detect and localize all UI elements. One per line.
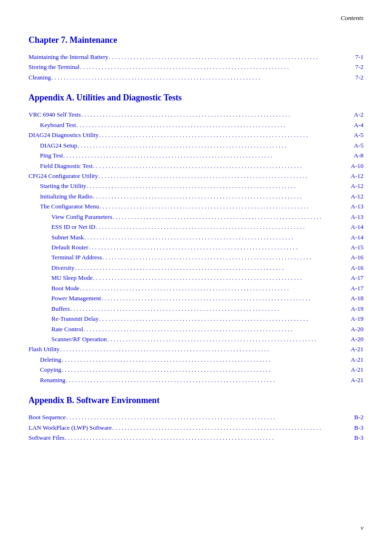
entry-text: Rate Control bbox=[51, 324, 83, 334]
entry-text: Boot Mode bbox=[51, 283, 79, 293]
entry-page: A-21 bbox=[346, 355, 363, 365]
toc-entry: Re-Transmit Delay. . . . . . . . . . . .… bbox=[29, 314, 363, 324]
entry-page: B-3 bbox=[346, 423, 363, 433]
entry-page: A-12 bbox=[346, 191, 363, 201]
entry-dots: . . . . . . . . . . . . . . . . . . . . … bbox=[70, 304, 346, 314]
entry-text: Terminal IP Address bbox=[51, 252, 102, 262]
toc-entry: VRC 6940 Self Tests. . . . . . . . . . .… bbox=[29, 109, 363, 119]
entry-dots: . . . . . . . . . . . . . . . . . . . . … bbox=[59, 344, 346, 354]
entry-text: Buffers bbox=[51, 304, 70, 314]
entry-dots: . . . . . . . . . . . . . . . . . . . . … bbox=[93, 161, 346, 171]
entry-dots: . . . . . . . . . . . . . . . . . . . . … bbox=[77, 140, 346, 150]
entry-page: 7-2 bbox=[346, 72, 363, 82]
entry-dots: . . . . . . . . . . . . . . . . . . . . … bbox=[87, 181, 347, 191]
entry-page: A-21 bbox=[346, 344, 363, 354]
entry-text: Power Management bbox=[51, 293, 101, 303]
entry-page: B-3 bbox=[346, 433, 363, 443]
chapter-title: Appendix A. Utilities and Diagnostic Tes… bbox=[29, 93, 363, 103]
entry-page: A-10 bbox=[346, 161, 363, 171]
entry-page: A-20 bbox=[346, 324, 363, 334]
entry-text: Subnet Mask bbox=[51, 232, 84, 242]
toc-entry: View Config Parameters. . . . . . . . . … bbox=[29, 212, 363, 222]
toc-entry: Diversity. . . . . . . . . . . . . . . .… bbox=[29, 263, 363, 273]
entry-dots: . . . . . . . . . . . . . . . . . . . . … bbox=[112, 212, 346, 222]
entry-dots: . . . . . . . . . . . . . . . . . . . . … bbox=[108, 52, 346, 62]
entry-dots: . . . . . . . . . . . . . . . . . . . . … bbox=[65, 375, 346, 385]
entry-dots: . . . . . . . . . . . . . . . . . . . . … bbox=[81, 109, 346, 119]
entry-text: The Configurator Menu bbox=[40, 201, 99, 211]
entry-text: Deleting bbox=[40, 355, 61, 365]
entry-page: B-2 bbox=[346, 412, 363, 422]
toc-entry: DIAG24 Diagnostics Utility. . . . . . . … bbox=[29, 130, 363, 140]
toc-entry: Field Diagnostic Test. . . . . . . . . .… bbox=[29, 161, 363, 171]
entry-text: View Config Parameters bbox=[51, 212, 112, 222]
toc-entry: The Configurator Menu. . . . . . . . . .… bbox=[29, 201, 363, 211]
toc-entry: Maintaining the Internal Battery. . . . … bbox=[29, 52, 363, 62]
toc-entry: Power Management. . . . . . . . . . . . … bbox=[29, 293, 363, 303]
entry-text: DIAG24 Setup bbox=[40, 140, 77, 150]
toc-entry: Storing the Terminal. . . . . . . . . . … bbox=[29, 62, 363, 72]
entry-page: 7-2 bbox=[346, 62, 363, 72]
entry-dots: . . . . . . . . . . . . . . . . . . . . … bbox=[66, 412, 346, 422]
toc-entry: Initializing the Radio. . . . . . . . . … bbox=[29, 191, 363, 201]
toc-entry: DIAG24 Setup. . . . . . . . . . . . . . … bbox=[29, 140, 363, 150]
entry-text: LAN WorkPlace (LWP) Software bbox=[29, 423, 112, 433]
entry-text: Cleaning bbox=[29, 72, 51, 82]
entry-page: A-14 bbox=[346, 222, 363, 232]
entry-text: Renaming bbox=[40, 375, 65, 385]
toc-entry: MU Sleep Mode. . . . . . . . . . . . . .… bbox=[29, 273, 363, 283]
entry-page: A-2 bbox=[346, 109, 363, 119]
entry-page: A-8 bbox=[346, 150, 363, 160]
toc-entry: Starting the Utility. . . . . . . . . . … bbox=[29, 181, 363, 191]
entry-text: MU Sleep Mode bbox=[51, 273, 93, 283]
entry-page: A-13 bbox=[346, 212, 363, 222]
entry-page: 7-1 bbox=[346, 52, 363, 62]
entry-page: A-21 bbox=[346, 365, 363, 375]
entry-dots: . . . . . . . . . . . . . . . . . . . . … bbox=[112, 423, 346, 433]
entry-text: Keyboard Test bbox=[40, 120, 76, 130]
page-header: Contents bbox=[29, 14, 363, 22]
toc-entry: Cleaning. . . . . . . . . . . . . . . . … bbox=[29, 72, 363, 82]
page-footer: v bbox=[361, 524, 363, 532]
toc-entry: Software Files. . . . . . . . . . . . . … bbox=[29, 433, 363, 443]
entry-dots: . . . . . . . . . . . . . . . . . . . . … bbox=[99, 314, 346, 324]
chapter-title: Appendix B. Software Environment bbox=[29, 395, 363, 405]
toc-entry: Deleting. . . . . . . . . . . . . . . . … bbox=[29, 355, 363, 365]
toc-entry: Boot Mode. . . . . . . . . . . . . . . .… bbox=[29, 283, 363, 293]
entry-text: Boot Sequence bbox=[29, 412, 66, 422]
toc-entry: Rate Control. . . . . . . . . . . . . . … bbox=[29, 324, 363, 334]
entry-page: A-12 bbox=[346, 181, 363, 191]
entry-dots: . . . . . . . . . . . . . . . . . . . . … bbox=[99, 201, 346, 211]
toc-entry: Buffers. . . . . . . . . . . . . . . . .… bbox=[29, 304, 363, 314]
entry-text: DIAG24 Diagnostics Utility bbox=[29, 130, 98, 140]
entry-text: Starting the Utility bbox=[40, 181, 87, 191]
entry-text: Flash Utility bbox=[29, 344, 59, 354]
entry-dots: . . . . . . . . . . . . . . . . . . . . … bbox=[95, 222, 346, 232]
entry-dots: . . . . . . . . . . . . . . . . . . . . … bbox=[63, 150, 346, 160]
toc-entry: Boot Sequence. . . . . . . . . . . . . .… bbox=[29, 412, 363, 422]
entry-dots: . . . . . . . . . . . . . . . . . . . . … bbox=[84, 232, 346, 242]
entry-page: A-16 bbox=[346, 252, 363, 262]
entry-page: A-12 bbox=[346, 171, 363, 181]
entry-text: CFG24 Configurator Utility bbox=[29, 171, 98, 181]
entry-dots: . . . . . . . . . . . . . . . . . . . . … bbox=[88, 242, 346, 252]
entry-dots: . . . . . . . . . . . . . . . . . . . . … bbox=[83, 324, 346, 334]
chapter-title: Chapter 7. Maintenance bbox=[29, 35, 363, 45]
entry-page: A-16 bbox=[346, 263, 363, 273]
entry-text: Default Router bbox=[51, 242, 88, 252]
entry-text: ESS ID or Net ID bbox=[51, 222, 95, 232]
toc-entry: ESS ID or Net ID. . . . . . . . . . . . … bbox=[29, 222, 363, 232]
entry-page: A-17 bbox=[346, 283, 363, 293]
entry-page: A-19 bbox=[346, 304, 363, 314]
entry-dots: . . . . . . . . . . . . . . . . . . . . … bbox=[76, 120, 346, 130]
entry-page: A-20 bbox=[346, 334, 363, 344]
entry-text: Re-Transmit Delay bbox=[51, 314, 99, 324]
entry-text: Copying bbox=[40, 365, 61, 375]
toc-entry: Copying. . . . . . . . . . . . . . . . .… bbox=[29, 365, 363, 375]
entry-dots: . . . . . . . . . . . . . . . . . . . . … bbox=[93, 273, 346, 283]
entry-dots: . . . . . . . . . . . . . . . . . . . . … bbox=[64, 433, 346, 443]
entry-page: A-5 bbox=[346, 130, 363, 140]
entry-text: Storing the Terminal bbox=[29, 62, 79, 72]
entry-text: Software Files bbox=[29, 433, 64, 443]
entry-dots: . . . . . . . . . . . . . . . . . . . . … bbox=[107, 334, 346, 344]
